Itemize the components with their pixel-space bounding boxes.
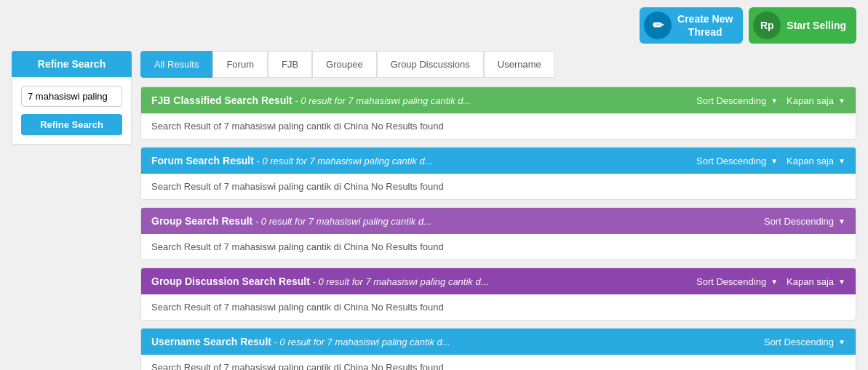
tabs: All Results Forum FJB Groupee Group Disc… [140,51,856,78]
group-result-text: Search Result of 7 mahasiswi paling cant… [151,241,444,252]
group-discussion-result-text: Search Result of 7 mahasiswi paling cant… [151,302,444,313]
group-discussion-result-title-area: Group Discussion Search Result - 0 resul… [151,276,489,287]
rp-icon: Rp [753,12,781,39]
group-result-section: Group Search Result - 0 result for 7 mah… [140,207,856,260]
group-result-title-area: Group Search Result - 0 result for 7 mah… [151,215,431,227]
forum-result-header: Forum Search Result - 0 result for 7 mah… [141,148,856,174]
sidebar: Refine Search Refine Search [12,51,132,370]
group-result-title: Group Search Result [151,215,252,227]
forum-result-controls: Sort Descending ▼ Kapan saja ▼ [696,156,845,166]
chevron-down-icon: ▼ [838,338,845,346]
group-discussion-sort-button[interactable]: Sort Descending ▼ [696,276,778,287]
username-result-text: Search Result of 7 mahasiswi paling cant… [151,362,444,370]
forum-time-button[interactable]: Kapan saja ▼ [787,156,845,166]
group-result-header: Group Search Result - 0 result for 7 mah… [141,208,856,234]
chevron-down-icon: ▼ [771,157,778,165]
start-selling-button[interactable]: Rp Start Selling [749,7,856,44]
fjb-result-subtitle: - 0 result for 7 mahasiswi paling cantik… [295,95,471,106]
search-input[interactable] [21,86,122,107]
forum-result-title: Forum Search Result [151,155,254,166]
start-selling-label: Start Selling [787,20,846,31]
fjb-time-button[interactable]: Kapan saja ▼ [787,95,845,106]
group-sort-button[interactable]: Sort Descending ▼ [764,216,845,227]
username-result-title-area: Username Search Result - 0 result for 7 … [151,336,450,347]
forum-result-section: Forum Search Result - 0 result for 7 mah… [140,147,856,200]
chevron-down-icon: ▼ [838,97,845,105]
username-sort-button[interactable]: Sort Descending ▼ [764,337,845,347]
sidebar-body: Refine Search [12,77,132,145]
pencil-icon: ✏ [644,12,672,39]
group-result-body: Search Result of 7 mahasiswi paling cant… [141,234,856,260]
content-area: All Results Forum FJB Groupee Group Disc… [140,51,856,370]
group-result-subtitle: - 0 result for 7 mahasiswi paling cantik… [255,216,431,227]
create-thread-label: Create New Thread [677,12,733,39]
main-content: Refine Search Refine Search All Results … [0,51,868,370]
tab-all-results[interactable]: All Results [140,51,212,78]
top-bar: ✏ Create New Thread Rp Start Selling [0,0,868,51]
group-discussion-result-controls: Sort Descending ▼ Kapan saja ▼ [696,276,845,287]
fjb-result-section: FJB Classified Search Result - 0 result … [140,87,856,140]
username-result-subtitle: - 0 result for 7 mahasiswi paling cantik… [274,337,450,347]
fjb-result-title-area: FJB Classified Search Result - 0 result … [151,94,471,106]
tab-username[interactable]: Username [484,51,555,78]
tab-groupee[interactable]: Groupee [312,51,377,78]
group-discussion-result-section: Group Discussion Search Result - 0 resul… [140,268,856,321]
username-result-controls: Sort Descending ▼ [764,337,845,347]
fjb-result-header: FJB Classified Search Result - 0 result … [141,87,856,113]
group-discussion-time-button[interactable]: Kapan saja ▼ [787,276,845,287]
fjb-sort-button[interactable]: Sort Descending ▼ [696,95,778,106]
tab-group-discussions[interactable]: Group Discussions [377,51,484,78]
forum-result-subtitle: - 0 result for 7 mahasiswi paling cantik… [256,156,432,166]
group-discussion-result-subtitle: - 0 result for 7 mahasiswi paling cantik… [312,276,488,287]
username-result-title: Username Search Result [151,336,271,347]
group-discussion-result-body: Search Result of 7 mahasiswi paling cant… [141,294,856,320]
fjb-result-title: FJB Classified Search Result [151,94,292,106]
fjb-result-text: Search Result of 7 mahasiswi paling cant… [151,121,444,132]
username-result-header: Username Search Result - 0 result for 7 … [141,329,856,355]
forum-result-text: Search Result of 7 mahasiswi paling cant… [151,181,444,192]
fjb-result-controls: Sort Descending ▼ Kapan saja ▼ [696,95,845,106]
forum-result-body: Search Result of 7 mahasiswi paling cant… [141,174,856,199]
sidebar-title: Refine Search [12,51,132,77]
fjb-result-body: Search Result of 7 mahasiswi paling cant… [141,113,856,139]
create-thread-button[interactable]: ✏ Create New Thread [640,7,743,44]
forum-result-title-area: Forum Search Result - 0 result for 7 mah… [151,155,433,166]
chevron-down-icon: ▼ [838,217,845,225]
chevron-down-icon: ▼ [771,278,778,286]
chevron-down-icon: ▼ [838,278,845,286]
tab-fjb[interactable]: FJB [268,51,312,78]
chevron-down-icon: ▼ [838,157,845,165]
group-discussion-result-title: Group Discussion Search Result [151,276,310,287]
username-result-section: Username Search Result - 0 result for 7 … [140,328,856,370]
group-discussion-result-header: Group Discussion Search Result - 0 resul… [141,268,856,294]
group-result-controls: Sort Descending ▼ [764,216,845,227]
username-result-body: Search Result of 7 mahasiswi paling cant… [141,355,856,370]
refine-search-button[interactable]: Refine Search [21,114,122,135]
forum-sort-button[interactable]: Sort Descending ▼ [696,156,778,166]
chevron-down-icon: ▼ [771,97,778,105]
tab-forum[interactable]: Forum [212,51,268,78]
